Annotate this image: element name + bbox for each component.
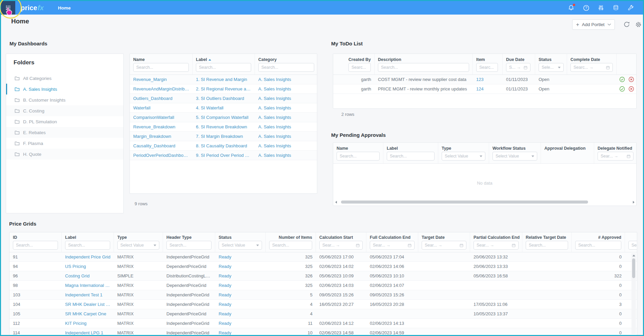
pg-status[interactable]: Ready (215, 254, 266, 259)
folder-item[interactable]: D. PL Simulation (6, 116, 123, 127)
pg-label-link[interactable]: Independent LPG 1 (62, 330, 114, 335)
dashboard-label-link[interactable]: 3. SI Outliers Dashboard (193, 96, 255, 101)
column-header-label[interactable]: Label (62, 232, 114, 252)
page-settings-button[interactable] (635, 21, 642, 28)
pg-status[interactable]: Ready (215, 311, 266, 316)
pg-status[interactable]: Ready (215, 264, 266, 269)
dashboard-row[interactable]: RevenueAndMarginDistribu... 2. SI Region… (130, 84, 317, 94)
column-header-extra[interactable] (625, 232, 637, 252)
pg-status[interactable]: Ready (215, 292, 266, 297)
pg-label-link[interactable]: KIT Pricing (62, 321, 114, 326)
dashboard-name-link[interactable]: Margin_Breakdown (130, 134, 193, 139)
column-header-calculation-start[interactable]: Calculation Start Sear... → (316, 232, 366, 252)
column-header-name[interactable]: Name (130, 54, 193, 75)
number-of-items-search-input[interactable] (269, 241, 312, 250)
dashboard-row[interactable]: Revenue_Breakdown 6. SI Revenue Breakdow… (130, 122, 317, 132)
folder-item[interactable]: F. Plasma (6, 138, 123, 149)
todo-item-link[interactable]: 124 (473, 86, 503, 91)
data-manager-button[interactable] (612, 4, 619, 11)
folder-item[interactable]: B. Customer Insights (6, 94, 123, 105)
column-header-description[interactable]: Description (375, 54, 473, 75)
dashboard-row[interactable]: Outliers_Dashboard 3. SI Outliers Dashbo… (130, 94, 317, 103)
scroll-right-arrow[interactable] (632, 201, 635, 204)
category-search-input[interactable] (258, 63, 314, 72)
price-grid-row[interactable]: 96 Costing Grid SIMPLE DistributionCosti… (9, 271, 637, 281)
pg-status[interactable]: Ready (215, 302, 266, 307)
column-header-label[interactable]: Label (193, 54, 255, 75)
column-header-item[interactable]: Item (473, 54, 503, 75)
refresh-button[interactable] (623, 21, 630, 28)
scrollbar-thumb[interactable] (632, 258, 635, 278)
dashboard-row[interactable]: ComparisonWaterfall 5. SI Comparison Wat… (130, 113, 317, 122)
column-header-full-calculation-end[interactable]: Full Calculation End Sear... → (366, 232, 418, 252)
column-header-name[interactable]: Name (333, 143, 383, 163)
column-header-due-date[interactable]: Due Date S... → (503, 54, 535, 75)
dashboard-name-link[interactable]: PeriodOverPeriodDashboard (130, 153, 193, 158)
price-grid-row[interactable]: 103 Independent Test 1 MATRIX Independen… (9, 290, 637, 300)
column-header-status[interactable]: Status Select Value (215, 232, 266, 252)
column-header-type[interactable]: Type Select Value (114, 232, 163, 252)
settings-sliders-button[interactable] (598, 4, 604, 11)
column-header-approval-delegation[interactable]: Approval Delegation (541, 143, 594, 163)
complete-date-search-input[interactable]: Searc... → (570, 63, 613, 72)
status-select[interactable]: Sele... (539, 63, 564, 72)
price-grid-row[interactable]: 105 SR MHK Carpet One MATRIX DependentPr… (9, 309, 637, 319)
dashboard-label-link[interactable]: 6. SI Revenue Breakdown (193, 124, 255, 129)
column-header-created-by[interactable]: Created By (333, 54, 375, 75)
pg-label-link[interactable]: Magna International P... (62, 283, 114, 288)
column-header-target-date[interactable]: Target Date Sear... → (418, 232, 470, 252)
relative-target-date-search-input[interactable] (526, 241, 568, 250)
due-date-search-input[interactable]: S... → (506, 63, 530, 72)
vertical-scrollbar[interactable] (631, 253, 636, 334)
pg-status[interactable]: Ready (215, 283, 266, 288)
calculation-start-search-input[interactable]: Sear... → (319, 241, 363, 250)
dashboard-label-link[interactable]: 1. SI Revenue and Margin (193, 77, 255, 82)
header-type-search-input[interactable] (166, 241, 212, 250)
pg-label-link[interactable]: SR MHK Carpet One (62, 311, 114, 316)
pg-status[interactable]: Ready (215, 273, 266, 278)
price-grid-row[interactable]: 98 Magna International P... MATRIX Depen… (9, 281, 637, 290)
column-header-header-type[interactable]: Header Type (163, 232, 215, 252)
price-grid-row[interactable]: 114 Independent LPG 1 MATRIX Independent… (9, 328, 637, 336)
approval-label-search-input[interactable] (387, 152, 435, 161)
pg-label-link[interactable]: Costing Grid (62, 273, 114, 278)
dashboard-label-link[interactable]: 9. SI Period Over Period Da... (193, 153, 255, 158)
admin-tools-button[interactable] (627, 4, 634, 11)
help-button[interactable]: ? (583, 4, 589, 11)
price-grid-row[interactable]: 104 SR MHK Dealer List P... MATRIX Indep… (9, 300, 637, 309)
column-header-partial-calculation-end[interactable]: Partial Calculation End Sear... → (470, 232, 522, 252)
delete-todo-button[interactable] (628, 86, 634, 92)
label-search-input[interactable] (65, 241, 110, 250)
nav-home[interactable]: Home (58, 5, 71, 10)
dashboard-label-link[interactable]: 7. SI Margin Breakdown (193, 134, 255, 139)
column-header-delegate-notified[interactable]: Delegate Notified Sear... → (594, 143, 637, 163)
dashboard-name-link[interactable]: Revenue_Margin (130, 77, 193, 82)
pg-label-link[interactable]: Independent Test 1 (62, 292, 114, 297)
description-search-input[interactable] (378, 63, 469, 72)
approved-search-input[interactable] (575, 241, 621, 250)
todo-row[interactable]: garth COST MGMT - review new supplier co… (333, 75, 636, 84)
approval-name-search-input[interactable] (337, 152, 380, 161)
column-header-relative-target-date[interactable]: Relative Target Date (522, 232, 572, 252)
column-header-category[interactable]: Category (255, 54, 317, 75)
pg-label-link[interactable]: US Pricing (62, 264, 114, 269)
type-select[interactable]: Select Value (117, 241, 159, 250)
column-header-complete-date[interactable]: Complete Date Searc... → (567, 54, 617, 75)
add-portlet-button[interactable]: + Add Portlet (572, 19, 615, 30)
dashboard-name-link[interactable]: Causality_Dashboard (130, 143, 193, 148)
scrollbar-thumb[interactable] (341, 201, 588, 204)
column-header-type[interactable]: Type Select Value (438, 143, 489, 163)
id-search-input[interactable] (13, 241, 58, 250)
item-search-input[interactable] (476, 63, 498, 72)
created-by-search-input[interactable] (348, 63, 371, 72)
price-grid-row[interactable]: 112 KIT Pricing MATRIX IndependentPriceG… (9, 319, 637, 328)
dashboard-name-link[interactable]: Outliers_Dashboard (130, 96, 193, 101)
workflow-status-select[interactable]: Select Value (492, 152, 537, 161)
dashboard-name-link[interactable]: Revenue_Breakdown (130, 124, 193, 129)
dashboard-label-link[interactable]: 5. SI Comparison Waterfall (193, 115, 255, 120)
label-search-input[interactable] (196, 63, 251, 72)
column-header-label[interactable]: Label (383, 143, 438, 163)
folder-item[interactable]: E. Rebates (6, 127, 123, 138)
app-grid-button[interactable] (1, 1, 15, 15)
name-search-input[interactable] (133, 63, 189, 72)
